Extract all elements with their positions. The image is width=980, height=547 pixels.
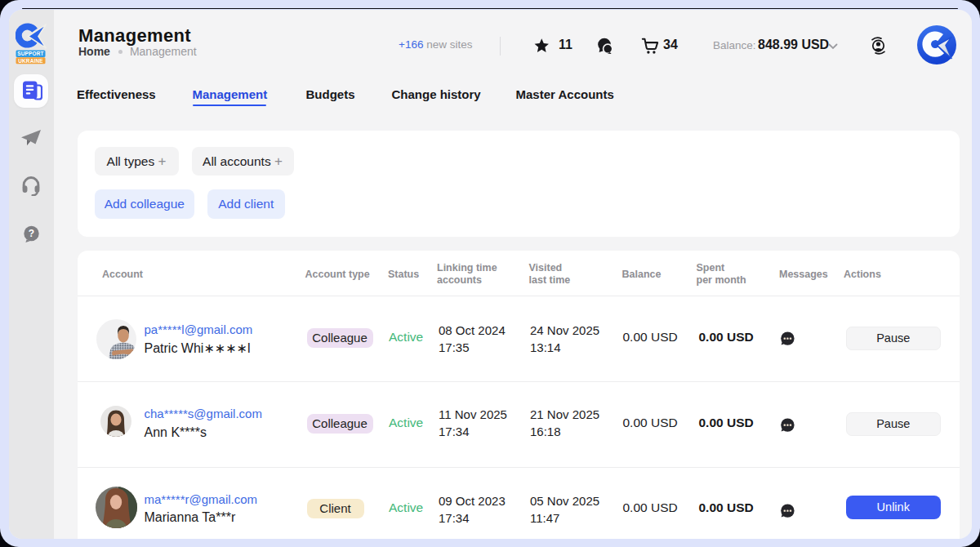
svg-text:SUPPORT: SUPPORT xyxy=(17,51,43,56)
svg-text:UKRAINE: UKRAINE xyxy=(18,57,43,63)
svg-text:?: ? xyxy=(29,228,34,239)
